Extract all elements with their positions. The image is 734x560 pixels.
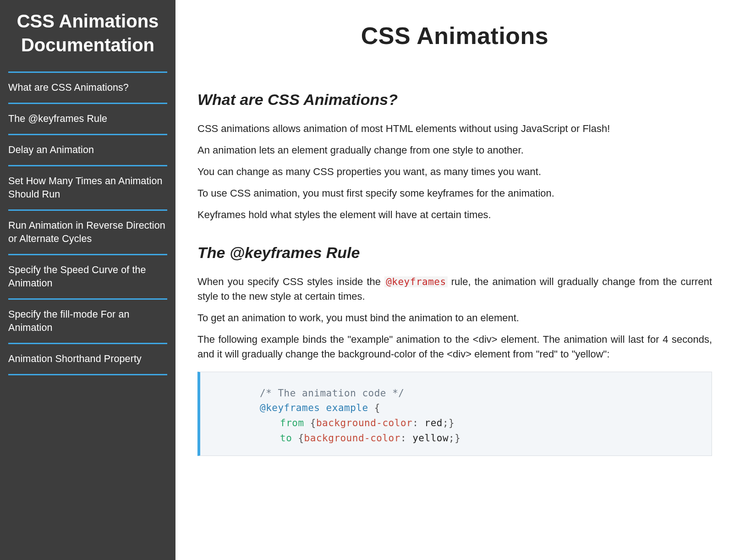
body-text: To get an animation to work, you must bi… <box>197 311 712 325</box>
code-block-keyframes-example: /* The animation code */ @keyframes exam… <box>197 372 712 456</box>
nav-item-what-are[interactable]: What are CSS Animations? <box>8 71 167 103</box>
section-heading-keyframes-rule: The @keyframes Rule <box>197 244 712 262</box>
code-semicolon: ; <box>443 417 449 428</box>
nav-item-iteration-count[interactable]: Set How Many Times an Animation Should R… <box>8 165 167 209</box>
nav-item-speed-curve[interactable]: Specify the Speed Curve of the Animation <box>8 254 167 298</box>
body-text: Keyframes hold what styles the element w… <box>197 208 712 222</box>
nav-link-what-are[interactable]: What are CSS Animations? <box>8 81 167 94</box>
code-line: from {background-color: red;} <box>260 416 703 431</box>
main-content: CSS Animations What are CSS Animations? … <box>175 0 734 560</box>
code-ident: example <box>326 402 368 413</box>
code-line: to {background-color: yellow;} <box>260 431 703 446</box>
code-value: yellow <box>412 433 449 444</box>
code-line: @keyframes example { <box>260 401 703 416</box>
code-brace: { <box>298 433 304 444</box>
nav-link-iteration-count[interactable]: Set How Many Times an Animation Should R… <box>8 175 167 201</box>
sidebar: CSS Animations Documentation What are CS… <box>0 0 175 560</box>
sidebar-title: CSS Animations Documentation <box>8 9 167 57</box>
code-colon: : <box>400 433 406 444</box>
code-brace: } <box>455 433 460 444</box>
nav-link-delay[interactable]: Delay an Animation <box>8 143 167 157</box>
code-brace: { <box>374 402 380 413</box>
code-property: background-color <box>316 417 412 428</box>
code-line: /* The animation code */ <box>260 386 703 401</box>
code-semicolon: ; <box>449 433 455 444</box>
section-heading-what-are: What are CSS Animations? <box>197 91 712 109</box>
section-keyframes-rule: The @keyframes Rule When you specify CSS… <box>197 244 712 456</box>
nav-link-direction[interactable]: Run Animation in Reverse Direction or Al… <box>8 219 167 246</box>
section-what-are: What are CSS Animations? CSS animations … <box>197 91 712 222</box>
nav-item-shorthand[interactable]: Animation Shorthand Property <box>8 343 167 375</box>
nav-link-speed-curve[interactable]: Specify the Speed Curve of the Animation <box>8 264 167 290</box>
code-property: background-color <box>304 433 400 444</box>
body-text: When you specify CSS styles inside the @… <box>197 275 712 304</box>
code-value: red <box>425 417 443 428</box>
nav-item-delay[interactable]: Delay an Animation <box>8 134 167 165</box>
code-rule: @keyframes <box>260 402 320 413</box>
code-colon: : <box>412 417 418 428</box>
code-keyword-to: to <box>280 433 292 444</box>
nav-item-keyframes-rule[interactable]: The @keyframes Rule <box>8 103 167 134</box>
app-root: CSS Animations Documentation What are CS… <box>0 0 734 560</box>
body-text: The following example binds the "example… <box>197 332 712 362</box>
nav-link-shorthand[interactable]: Animation Shorthand Property <box>8 352 167 366</box>
code-brace: } <box>449 417 455 428</box>
body-text: An animation lets an element gradually c… <box>197 143 712 158</box>
nav-link-fill-mode[interactable]: Specify the fill-mode For an Animation <box>8 308 167 335</box>
text-fragment: When you specify CSS styles inside the <box>197 276 384 287</box>
code-comment: /* The animation code */ <box>260 388 404 399</box>
nav-link-keyframes-rule[interactable]: The @keyframes Rule <box>8 112 167 126</box>
code-keyword-from: from <box>280 417 304 428</box>
nav-list: What are CSS Animations? The @keyframes … <box>8 71 167 375</box>
nav-item-fill-mode[interactable]: Specify the fill-mode For an Animation <box>8 298 167 343</box>
body-text: You can change as many CSS properties yo… <box>197 165 712 179</box>
inline-code-keyframes: @keyframes <box>384 276 447 287</box>
nav-item-direction[interactable]: Run Animation in Reverse Direction or Al… <box>8 209 167 254</box>
code-brace: { <box>310 417 316 428</box>
body-text: To use CSS animation, you must first spe… <box>197 186 712 201</box>
body-text: CSS animations allows animation of most … <box>197 121 712 136</box>
page-title: CSS Animations <box>197 22 712 49</box>
